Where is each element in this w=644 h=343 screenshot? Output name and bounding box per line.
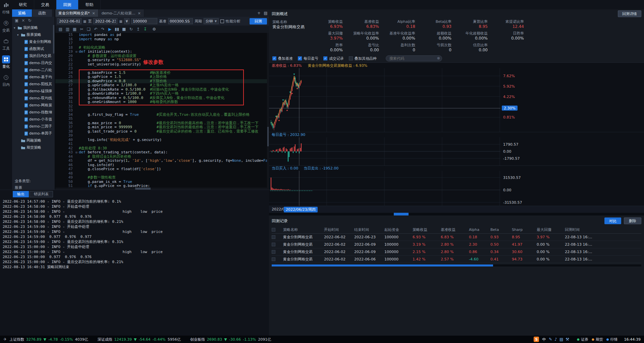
records-scrollbar[interactable] [272,264,641,266]
toggle-checked[interactable]: ✓成交记录 [323,56,344,61]
chart-horizontal-scrollbar[interactable] [269,213,644,215]
table-row[interactable]: 黄金分割网格交易2022-06-022022-06-091000003.19 %… [272,241,641,248]
toggle-unchecked[interactable]: 叠加其他品种 [349,56,377,61]
calendar-icon[interactable]: ▦ [119,19,122,23]
toggle-checked[interactable]: ✓每日盈亏 [298,56,318,61]
tree-item[interactable]: 期货策略 [12,144,55,151]
new-strategy-icon[interactable]: ▣ [15,18,18,23]
table-row[interactable]: 黄金分割网格交易2022-06-022022-06-091000002.15 %… [272,248,641,256]
tree-item[interactable]: 黄金分割网格 [12,38,55,45]
fold-icon[interactable]: ⊟ [74,50,79,54]
tree-item[interactable]: 我的日内交易 [12,52,55,59]
redo-icon[interactable]: ↷ [101,27,105,32]
rail-item-market[interactable]: 行情 [0,1,12,15]
refresh-icon[interactable]: ↻ [28,18,31,23]
table-row[interactable]: 黄金分割网格交易2022-06-022022-06-061000001.42 %… [272,256,641,263]
toolbox-icon[interactable]: ⚒ [566,337,569,342]
run-icon[interactable]: ▶ [108,27,112,32]
editor-tab-1[interactable]: demo-二八轮动策...× [99,9,144,17]
expander-icon[interactable]: ▾ [14,26,16,30]
period-select[interactable]: 分钟 ▼ [204,18,219,24]
tree-item[interactable]: demo-单因子 [12,130,55,137]
calendar-icon[interactable]: ▦ [83,19,86,23]
symbol-search-input[interactable] [386,55,442,61]
code-editor[interactable]: 15import pandas as pd16import numpy as n… [55,33,269,188]
copy-icon[interactable]: ❏ [87,27,91,32]
sogou-input-icon[interactable]: S [534,337,539,342]
tree-item[interactable]: demo-网格策 [12,102,55,109]
undo-icon[interactable]: ↶ [94,27,98,32]
input-language-icon[interactable]: 中 [542,337,546,342]
menu-help[interactable]: 帮助 [78,0,101,9]
rail-item-quant[interactable]: 量化 [0,55,12,69]
expander-icon[interactable]: ▾ [17,33,20,37]
end-date-input[interactable] [93,18,117,24]
tree-item[interactable]: demo-三因子 [12,123,55,130]
new-tab-button[interactable]: + [256,9,262,17]
restart-icon[interactable]: ↻ [129,27,133,32]
sidebar-tab-function[interactable]: 函数 [32,9,52,17]
mic-icon[interactable]: ♪ [554,337,557,342]
fold-icon[interactable]: ⊟ [74,150,79,155]
settings-icon[interactable]: ⚙ [152,27,156,32]
close-icon[interactable]: × [138,11,141,15]
tab-list-button[interactable]: ▤ [262,9,269,17]
rail-item-trade[interactable]: ¥交易 [0,19,12,33]
strategy-file-icon [24,117,28,121]
sidebar-scrollbar[interactable] [53,25,54,54]
pause-icon[interactable]: ▮▮ [115,27,119,32]
row-checkbox[interactable] [272,243,275,246]
tree-item[interactable]: demo-基于均 [12,74,55,81]
menu-trade[interactable]: 交易 [34,0,56,9]
delete-strategy-icon[interactable]: × [21,18,25,23]
tree-item[interactable]: 两融策略 [12,137,55,144]
select-all-checkbox[interactable] [272,228,275,232]
close-icon[interactable]: × [92,11,95,15]
equity-chart[interactable]: 7.62%5.92%4.22%0.81%2.30% [269,68,644,132]
tree-item[interactable]: demo-日内交 [12,59,55,66]
row-checkbox[interactable] [272,250,275,254]
daily-pnl-chart[interactable]: 1790.570.00-1790.57 [269,137,644,165]
output-tab-0[interactable]: 输出 [13,191,29,197]
menu-research[interactable]: 研究 [12,0,34,9]
tree-item[interactable]: demo-二八轮 [12,66,55,74]
delete-button[interactable]: 删除 [624,217,641,224]
output-tab-1[interactable]: 错误列表 [30,191,53,197]
stop-icon[interactable]: ■ [122,27,126,32]
pen-icon[interactable]: ✎ [549,337,552,342]
step-down-icon[interactable]: ↧ [143,27,147,32]
row-checkbox[interactable] [272,235,275,239]
menu-backtest[interactable]: 回测 [56,0,78,9]
compare-button[interactable]: 对比 [604,217,621,224]
save-icon[interactable]: ▤ [58,27,63,32]
benchmark-input[interactable] [168,18,193,24]
tree-item[interactable]: demo-阳线其 [12,81,55,88]
cut-icon[interactable]: ✂ [79,27,84,32]
run-backtest-button[interactable]: 回测 [250,18,267,24]
print-icon[interactable]: ▦ [72,27,77,32]
rail-item-tools[interactable]: 工具 [0,37,12,51]
capital-input[interactable] [131,18,157,24]
tree-item[interactable]: demo-双均线 [12,95,55,102]
backtest-details-button[interactable]: 回测详情 [618,10,641,17]
tree-item[interactable]: demo-小市值 [12,116,55,123]
tree-item[interactable]: demo-指数增 [12,109,55,116]
clear-search-icon[interactable]: ⊗ [437,56,440,60]
tree-item[interactable]: ▾我的策略 [12,24,55,31]
row-checkbox[interactable] [272,257,275,261]
keyboard-icon[interactable]: ▤ [559,337,563,342]
table-row[interactable]: 黄金分割网格交易2022-06-022022-06-231000006.93 %… [272,234,641,241]
start-date-input[interactable] [57,18,82,24]
performance-checkbox[interactable] [220,19,224,23]
column-header: 策略收益 [413,227,441,232]
editor-tab-0[interactable]: 黄金分割网格交易*× [55,9,99,17]
tree-item[interactable]: ▾股票策略 [12,31,55,38]
toggle-checked[interactable]: ✓叠加基准 [272,56,293,61]
save-all-icon[interactable]: ▥ [65,27,70,32]
daily-buy-sell-chart[interactable]: 31530.570.00-31530.57 [269,171,644,206]
sidebar-tab-strategy[interactable]: 策略 [12,9,32,17]
tree-item[interactable]: demo-猛强弹 [12,88,55,95]
step-up-icon[interactable]: ↥ [136,27,140,32]
rail-item-intraday[interactable]: 日内 [0,74,12,87]
tree-item[interactable]: 函数测试 [12,45,55,52]
